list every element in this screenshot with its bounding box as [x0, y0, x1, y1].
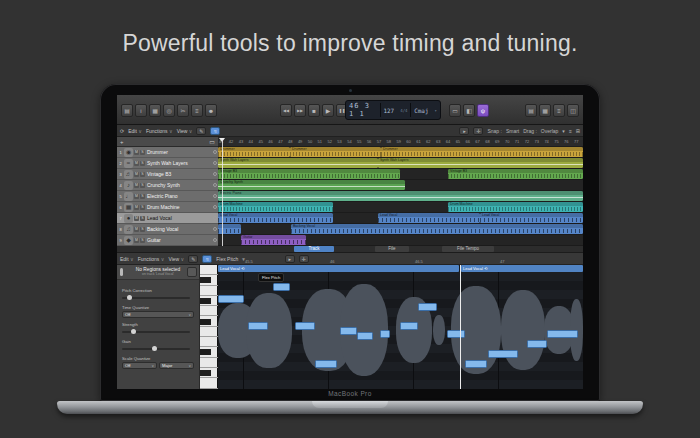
track-header-crunchy-synth[interactable]: 4♪MSCrunchy Synth: [117, 180, 218, 191]
editor-region-header[interactable]: Lead Vocal ⟲: [218, 265, 459, 272]
slider-thumb[interactable]: [127, 295, 132, 300]
arrange-menu-edit[interactable]: Edit ∨: [128, 128, 142, 134]
region-drum-machine[interactable]: Drum Machine: [448, 202, 583, 212]
gain-slider[interactable]: [122, 345, 194, 352]
white-key[interactable]: [200, 327, 218, 337]
flex-pitch-note[interactable]: [465, 360, 487, 368]
record-enable-icon[interactable]: [213, 172, 217, 176]
play-button[interactable]: ▶: [322, 104, 334, 117]
browser-icon[interactable]: ◫: [567, 104, 579, 117]
editors-icon[interactable]: ✂: [177, 104, 189, 117]
zoom-icon-2[interactable]: ≡: [569, 128, 572, 134]
lcd-tempo[interactable]: 127: [380, 101, 397, 119]
master-level-icon[interactable]: ▭: [449, 104, 461, 117]
flex-pitch-note[interactable]: [447, 330, 465, 338]
popup-value-2[interactable]: Major∨: [159, 362, 194, 369]
arrange-menu-functions[interactable]: Functions ∨: [146, 128, 173, 134]
secondary-tool-icon[interactable]: ✛: [473, 127, 483, 135]
black-key[interactable]: [200, 277, 211, 283]
slider-thumb[interactable]: [152, 346, 157, 351]
flex-pitch-note[interactable]: [527, 340, 547, 348]
editor-region-header[interactable]: Lead Vocal ⟲: [461, 265, 583, 272]
lcd-display[interactable]: 46 3 1 1 127 4/4 Cmaj ▾: [345, 100, 441, 120]
mute-button[interactable]: M: [134, 150, 139, 155]
note-pads-icon[interactable]: ▦: [539, 104, 551, 117]
region-synth-wah-layers[interactable]: Synth Wah Layers: [218, 158, 378, 168]
lcd-position[interactable]: 46 3 1 1: [346, 101, 380, 119]
solo-button[interactable]: S: [140, 227, 145, 232]
region-lead-vocal[interactable]: Lead Vocal: [480, 213, 583, 223]
slider-thumb[interactable]: [131, 329, 136, 334]
white-key[interactable]: [200, 358, 218, 368]
solo-button[interactable]: S: [140, 183, 145, 188]
quick-help-icon[interactable]: ▤: [121, 104, 133, 117]
list-icon[interactable]: ≡: [553, 104, 565, 117]
tab-file[interactable]: File: [375, 246, 409, 252]
track-header-guitar[interactable]: 9◆MSGuitar: [117, 235, 218, 246]
flex-pitch-note[interactable]: [248, 322, 268, 330]
snap-value[interactable]: Smart: [506, 128, 519, 134]
inspector-collapse-icon[interactable]: [187, 267, 197, 277]
piano-keyboard[interactable]: [200, 265, 218, 389]
forward-button[interactable]: ▶▶: [294, 104, 306, 117]
arrange-menu-view[interactable]: View ∨: [177, 128, 193, 134]
pencil-tool-icon[interactable]: ✎: [196, 127, 206, 135]
editor-menu-edit[interactable]: Edit ∨: [120, 256, 134, 262]
lcd-key[interactable]: Cmaj: [411, 101, 431, 119]
zoom-icon-3[interactable]: ⊞: [576, 128, 580, 134]
white-key[interactable]: [200, 286, 218, 296]
editor-playhead[interactable]: [460, 265, 461, 389]
lcd-time-signature[interactable]: 4/4: [397, 101, 410, 119]
region-crunchy-synth[interactable]: Crunchy Synth: [218, 180, 405, 190]
solo-button[interactable]: S: [140, 238, 145, 243]
pointer-tool-icon[interactable]: ▸: [459, 127, 469, 135]
flex-pitch-note[interactable]: [218, 295, 244, 303]
flex-pitch-editor[interactable]: Lead Vocal ⟲ Lead Vocal ⟲ Flex Pitch: [218, 265, 583, 389]
list-editors-icon[interactable]: ≡: [191, 104, 203, 117]
editor-flex-icon[interactable]: ≈: [202, 255, 212, 263]
flex-pitch-note[interactable]: [488, 350, 518, 358]
region-vintage-b3[interactable]: Vintage B3: [448, 169, 583, 179]
waveform-canvas[interactable]: [218, 272, 583, 389]
white-key[interactable]: [200, 337, 218, 347]
track-header-vintage-b3[interactable]: 3♬MSVintage B3: [117, 169, 218, 180]
track-header-drummer[interactable]: 1◉MSDrummer: [117, 147, 218, 158]
region-lead-vocal[interactable]: Lead Vocal: [218, 213, 333, 223]
region-drummer[interactable]: Drummer: [290, 147, 381, 157]
flex-pitch-note[interactable]: [418, 303, 437, 311]
editor-pointer-tool-icon[interactable]: ▸: [285, 255, 295, 263]
pitch-correction-slider[interactable]: [122, 294, 194, 301]
region-drum-machine[interactable]: Drum Machine: [218, 202, 333, 212]
region-drummer[interactable]: Drummer: [381, 147, 583, 157]
mute-button[interactable]: M: [134, 161, 139, 166]
mixer-icon[interactable]: ▦: [149, 104, 161, 117]
record-enable-icon[interactable]: [213, 216, 217, 220]
track-header-synth-wah-layers[interactable]: 2≈MSSynth Wah Layers: [117, 158, 218, 169]
tab-track[interactable]: Track: [294, 246, 334, 252]
solo-button[interactable]: S: [140, 172, 145, 177]
white-key[interactable]: [200, 265, 218, 275]
flex-pitch-note[interactable]: [315, 360, 337, 368]
black-key[interactable]: [200, 298, 211, 304]
toolbar-view-icon[interactable]: ▤: [525, 104, 537, 117]
track-header-electric-piano[interactable]: 5♩MSElectric Piano: [117, 191, 218, 202]
library-icon[interactable]: ☻: [205, 104, 217, 117]
mute-button[interactable]: M: [134, 172, 139, 177]
mute-button[interactable]: M: [134, 183, 139, 188]
region-lead-vocal[interactable]: Lead Vocal: [378, 213, 480, 223]
solo-button[interactable]: S: [140, 150, 145, 155]
mute-button[interactable]: M: [134, 216, 139, 221]
black-key[interactable]: [200, 370, 211, 376]
flex-pitch-note[interactable]: [340, 327, 357, 335]
editor-secondary-tool-icon[interactable]: ✛: [299, 255, 309, 263]
record-enable-icon[interactable]: [213, 194, 217, 198]
mute-button[interactable]: M: [134, 238, 139, 243]
flex-pitch-note[interactable]: [380, 330, 390, 338]
track-header-drum-machine[interactable]: 6▦MSDrum Machine: [117, 202, 218, 213]
stop-button[interactable]: ■: [308, 104, 320, 117]
editor-menu-functions[interactable]: Functions ∨: [138, 256, 165, 262]
region-backing-vocal[interactable]: Backing Vocal: [291, 224, 583, 234]
flex-pitch-note[interactable]: [547, 330, 578, 338]
arrange-playhead[interactable]: [222, 139, 223, 246]
popup-value[interactable]: Off∨: [122, 311, 194, 318]
